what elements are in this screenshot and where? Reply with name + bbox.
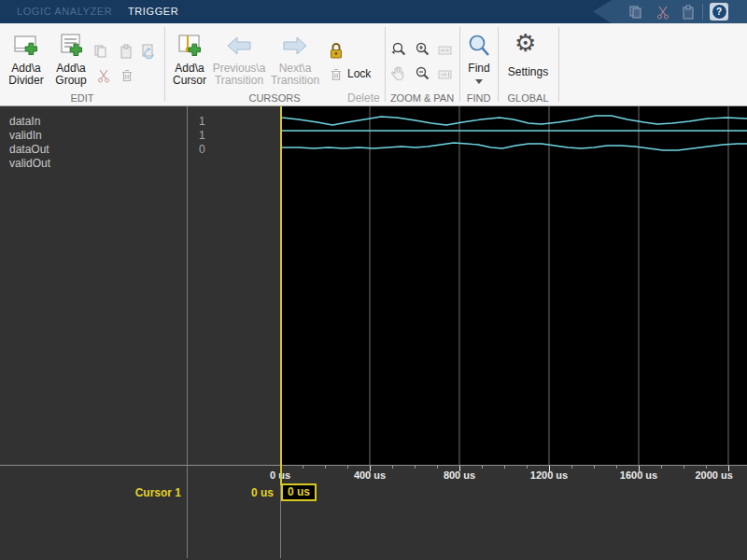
trash-icon bbox=[329, 67, 344, 82]
add-group-icon bbox=[56, 29, 86, 63]
help-button[interactable]: ? bbox=[710, 3, 728, 21]
cut-icon bbox=[655, 5, 670, 20]
lock-label: Lock bbox=[347, 67, 371, 80]
axis-tick bbox=[661, 466, 662, 469]
lock-button[interactable] bbox=[327, 41, 345, 60]
waveform-panel: dataIn 1 validIn 1 dataOut 0 validOut 0 … bbox=[0, 106, 747, 560]
cursors-section-label: CURSORS bbox=[164, 92, 385, 104]
tab-trigger[interactable]: TRIGGER bbox=[128, 0, 178, 23]
tab-logic-analyzer[interactable]: LOGIC ANALYZER bbox=[17, 0, 112, 23]
search-icon bbox=[467, 29, 491, 63]
axis-tick bbox=[594, 466, 595, 469]
qat-cut-button[interactable] bbox=[655, 4, 671, 20]
signal-value: 1 bbox=[199, 115, 205, 128]
next-transition-button[interactable]: Next\a Transition bbox=[271, 29, 319, 87]
signal-name: validOut bbox=[9, 157, 50, 170]
axis-tick bbox=[504, 466, 505, 469]
add-cursor-label-2: Cursor bbox=[173, 75, 206, 87]
pan-hand-icon bbox=[390, 65, 407, 82]
snap-icon bbox=[438, 67, 453, 82]
paste-button[interactable] bbox=[117, 42, 135, 61]
qat-separator bbox=[702, 4, 703, 20]
add-cursor-icon bbox=[175, 29, 204, 63]
logic-analyzer-window: LOGIC ANALYZER TRIGGER ? Add\a Divider bbox=[0, 0, 747, 560]
zoom-pan-section-label: ZOOM & PAN bbox=[385, 92, 459, 104]
signal-name: validIn bbox=[9, 129, 42, 142]
add-group-button[interactable]: Add\a Group bbox=[50, 29, 92, 87]
settings-button[interactable]: Settings bbox=[498, 65, 558, 78]
cursor-line[interactable] bbox=[280, 106, 282, 485]
axis-tick bbox=[482, 466, 483, 469]
next-transition-label-2: Transition bbox=[271, 75, 319, 87]
section-divider bbox=[385, 27, 386, 102]
zoom-x-button[interactable] bbox=[436, 41, 455, 60]
help-icon: ? bbox=[712, 4, 727, 20]
add-cursor-button[interactable]: Add\a Cursor bbox=[168, 29, 211, 87]
find-label: Find bbox=[468, 63, 489, 75]
axis-tick bbox=[415, 466, 416, 469]
cut-button[interactable] bbox=[94, 66, 113, 85]
arrow-left-icon bbox=[225, 29, 253, 63]
delete-button-edit[interactable] bbox=[118, 66, 136, 85]
copy-icon bbox=[93, 44, 108, 59]
qat-copy-button[interactable] bbox=[627, 4, 644, 20]
delete-cursor-button[interactable] bbox=[327, 65, 345, 84]
pan-button[interactable] bbox=[389, 64, 408, 83]
add-divider-label-2: Divider bbox=[8, 75, 43, 87]
cut-icon bbox=[96, 68, 111, 83]
waveform-dataIn bbox=[282, 116, 747, 125]
zoom-fit-icon bbox=[390, 41, 407, 58]
axis-tick bbox=[347, 466, 348, 469]
axis-tick bbox=[325, 466, 326, 469]
gear-icon[interactable]: ⚙ bbox=[514, 31, 536, 55]
signal-name: dataOut bbox=[9, 143, 49, 156]
tab-bar: LOGIC ANALYZER TRIGGER ? bbox=[0, 0, 747, 23]
cursor-time-box[interactable]: 0 us bbox=[281, 483, 317, 501]
previous-transition-button[interactable]: Previous\a Transition bbox=[213, 29, 265, 87]
axis-tick bbox=[437, 466, 438, 469]
trash-icon bbox=[120, 68, 134, 83]
axis-tick bbox=[527, 466, 528, 469]
snap-button[interactable] bbox=[436, 65, 455, 84]
signal-row[interactable]: validOut bbox=[0, 157, 278, 170]
global-section-label: GLOBAL bbox=[498, 92, 558, 104]
lock-icon bbox=[329, 42, 344, 60]
signal-row[interactable]: dataIn 1 bbox=[0, 115, 278, 128]
paste-icon bbox=[119, 44, 134, 59]
restore-icon bbox=[140, 43, 157, 60]
time-axis-line bbox=[0, 465, 747, 466]
restore-button[interactable] bbox=[139, 42, 158, 61]
add-divider-icon bbox=[11, 29, 41, 63]
find-button[interactable]: Find bbox=[461, 29, 497, 75]
signal-row[interactable]: validIn 1 bbox=[0, 129, 278, 142]
axis-tick bbox=[571, 466, 572, 469]
section-divider bbox=[164, 27, 165, 102]
axis-tick-label: 1200 us bbox=[530, 469, 568, 481]
chevron-down-icon[interactable] bbox=[475, 79, 483, 84]
section-divider bbox=[498, 27, 499, 102]
axis-tick bbox=[616, 466, 617, 469]
add-divider-button[interactable]: Add\a Divider bbox=[4, 29, 49, 87]
axis-tick-label: 800 us bbox=[444, 469, 475, 481]
axis-tick bbox=[706, 466, 707, 469]
waveform-plot[interactable] bbox=[280, 106, 747, 465]
zoom-fit-button[interactable] bbox=[389, 40, 408, 59]
section-divider bbox=[558, 27, 559, 102]
copy-button[interactable] bbox=[92, 42, 110, 61]
find-section-label: FIND bbox=[459, 92, 498, 104]
axis-tick bbox=[303, 466, 303, 469]
section-divider bbox=[459, 27, 460, 102]
signal-value: 1 bbox=[199, 129, 205, 142]
cursor-label: Cursor 1 bbox=[0, 486, 181, 499]
zoom-in-icon bbox=[414, 41, 430, 58]
edit-section-label: EDIT bbox=[0, 92, 164, 104]
zoom-x-icon bbox=[438, 43, 453, 58]
signal-row[interactable]: dataOut 0 bbox=[0, 143, 278, 156]
zoom-out-button[interactable] bbox=[413, 64, 431, 83]
toolstrip: Add\a Divider Add\a Group EDIT bbox=[0, 23, 747, 106]
axis-tick-label: 400 us bbox=[354, 469, 386, 481]
axis-tick-label: 1600 us bbox=[620, 469, 657, 481]
qat-paste-button[interactable] bbox=[680, 4, 697, 20]
waveform-dataOut bbox=[282, 143, 747, 150]
zoom-in-button[interactable] bbox=[413, 40, 431, 59]
